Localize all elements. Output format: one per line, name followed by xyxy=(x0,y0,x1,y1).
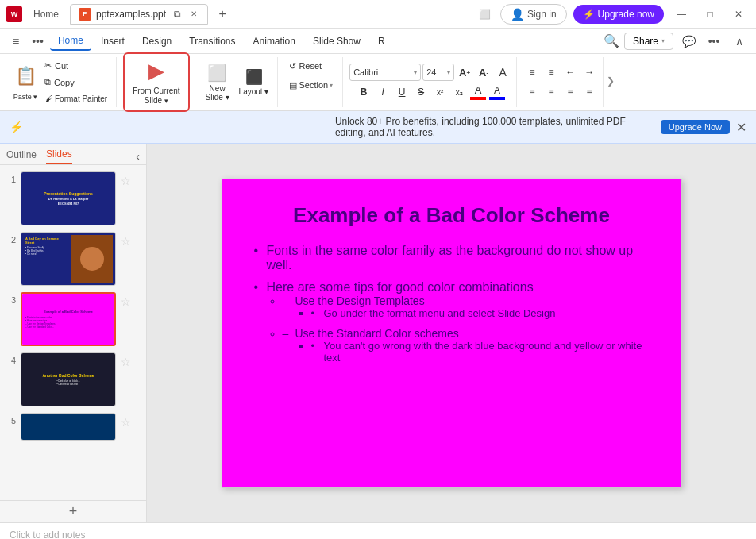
slide-thumb-3-content: Example of a Bad Color Scheme • Fonts in… xyxy=(22,294,114,345)
new-slide-btn[interactable]: ⬜ NewSlide ▾ xyxy=(202,61,233,104)
slide-thumb-2[interactable]: A Sad Day on Sesame Street • Elmo and Sn… xyxy=(21,232,116,286)
align-center-btn[interactable]: ≡ xyxy=(542,83,560,101)
slide-sub-2: Use the Standard Color schemes You can't… xyxy=(283,327,650,364)
slide-star-4[interactable]: ☆ xyxy=(121,352,131,368)
search-btn[interactable]: 🔍 xyxy=(604,33,619,48)
notif-upgrade-btn[interactable]: Upgrade Now xyxy=(661,120,730,134)
paste-btn[interactable]: 📋 xyxy=(11,62,40,90)
add-slide-btn[interactable]: + xyxy=(0,500,146,522)
ribbon-paragraph-group: ≡ ≡ ← → ≡ ≡ ≡ ≡ xyxy=(519,57,604,107)
bullet-list-btn[interactable]: ≡ xyxy=(523,64,541,81)
hamburger-menu-btn[interactable]: ≡ xyxy=(6,32,25,51)
increase-font-size-btn[interactable]: A+ xyxy=(456,64,473,81)
title-bar: W Home P pptexamples.ppt ⧉ ✕ + ⬜ 👤 Sign … xyxy=(0,0,756,29)
minimize-btn[interactable]: — xyxy=(670,3,692,25)
decrease-indent-btn[interactable]: ← xyxy=(561,64,579,81)
new-slide-icon: ⬜ xyxy=(207,64,227,83)
highlight-btn[interactable]: A xyxy=(488,83,506,101)
menu-review[interactable]: R xyxy=(370,33,393,50)
underline-btn[interactable]: U xyxy=(393,83,411,101)
section-btn[interactable]: ▤ Section ▾ xyxy=(284,76,338,94)
close-doc-tab-btn[interactable]: ✕ xyxy=(188,9,199,20)
canvas-area[interactable]: Example of a Bad Color Scheme Fonts in t… xyxy=(147,144,756,522)
layout-btn[interactable]: ⬛ Layout ▾ xyxy=(235,66,273,98)
slide-item-2[interactable]: 2 A Sad Day on Sesame Street • Elmo and … xyxy=(5,232,141,286)
from-current-slide-btn[interactable]: ▶ From CurrentSlide ▾ xyxy=(123,52,189,111)
home-tab[interactable]: Home xyxy=(25,6,67,23)
reset-btn[interactable]: ↺ Reset xyxy=(284,57,326,75)
slide-star-3[interactable]: ☆ xyxy=(121,292,131,308)
italic-btn[interactable]: I xyxy=(374,83,392,101)
subscript-btn[interactable]: x₂ xyxy=(450,83,468,101)
restore-doc-btn[interactable]: ⧉ xyxy=(171,8,183,21)
notes-bar[interactable]: Click to add notes xyxy=(0,522,756,539)
menu-more-dots[interactable]: ••• xyxy=(27,32,48,51)
upgrade-now-btn[interactable]: ⚡ Upgrade now xyxy=(573,5,664,24)
slide-star-5[interactable]: ☆ xyxy=(121,413,131,429)
slide-item-1[interactable]: 1 Presentation SuggestionsDr. Hammond & … xyxy=(5,171,141,225)
justify-btn[interactable]: ≡ xyxy=(580,83,598,101)
slide-thumb-3[interactable]: Example of a Bad Color Scheme • Fonts in… xyxy=(21,292,116,346)
slide-item-4[interactable]: 4 Another Bad Color Scheme • Dark blue o… xyxy=(5,352,141,406)
font-size-select[interactable]: 24 ▾ xyxy=(422,64,454,81)
slide-star-2[interactable]: ☆ xyxy=(121,232,131,248)
bold-btn[interactable]: B xyxy=(355,83,372,101)
notif-icon: ⚡ xyxy=(10,121,329,133)
add-tab-btn[interactable]: + xyxy=(211,3,233,25)
doc-tab[interactable]: P pptexamples.ppt ⧉ ✕ xyxy=(70,4,208,25)
title-bar-right: ⬜ 👤 Sign in ⚡ Upgrade now — □ ✕ xyxy=(476,3,750,25)
ribbon-slides-group: ⬜ NewSlide ▾ ⬛ Layout ▾ xyxy=(197,57,279,107)
slide-num-2: 2 xyxy=(5,232,16,244)
new-slide-label: NewSlide ▾ xyxy=(206,84,230,102)
slide-thumb-1[interactable]: Presentation SuggestionsDr. Hammond & Dr… xyxy=(21,171,116,225)
superscript-btn[interactable]: x² xyxy=(431,83,449,101)
menu-insert[interactable]: Insert xyxy=(93,33,133,50)
font-color-btn[interactable]: A xyxy=(469,83,487,101)
slide-star-1[interactable]: ☆ xyxy=(121,171,131,187)
ribbon-collapse-btn[interactable]: ∧ xyxy=(729,31,750,52)
ribbon-expand-btn[interactable]: ❯ xyxy=(605,57,616,105)
align-left-btn[interactable]: ≡ xyxy=(523,83,541,101)
menu-transitions[interactable]: Transitions xyxy=(181,33,243,50)
copy-btn[interactable]: ⧉ Copy xyxy=(41,75,111,90)
close-window-btn[interactable]: ✕ xyxy=(727,3,750,25)
outline-tab[interactable]: Outline xyxy=(6,149,37,164)
notif-close-btn[interactable]: ✕ xyxy=(736,120,746,135)
slide-item-5[interactable]: 5 ☆ xyxy=(5,413,141,441)
menu-more-btn[interactable]: ••• xyxy=(704,31,724,52)
align-right-btn[interactable]: ≡ xyxy=(561,83,579,101)
menu-slideshow[interactable]: Slide Show xyxy=(305,33,368,50)
wps-logo[interactable]: W xyxy=(6,6,22,22)
slide-num-1: 1 xyxy=(5,171,16,184)
strikethrough-btn[interactable]: S xyxy=(412,83,430,101)
increase-indent-btn[interactable]: → xyxy=(580,64,598,81)
slide-item-3[interactable]: 3 Example of a Bad Color Scheme • Fonts … xyxy=(5,292,141,346)
format-painter-btn[interactable]: 🖌 Format Painter xyxy=(41,91,111,107)
maximize-btn[interactable]: □ xyxy=(699,3,721,25)
font-row2: B I U S x² x₂ A A xyxy=(355,83,506,101)
menu-design[interactable]: Design xyxy=(134,33,179,50)
reset-icon: ↺ xyxy=(289,61,296,71)
slide-thumb-4[interactable]: Another Bad Color Scheme • Dark blue on … xyxy=(21,352,116,406)
menu-animation[interactable]: Animation xyxy=(245,33,303,50)
slides-tab[interactable]: Slides xyxy=(46,148,72,164)
slide-subsub-1: Go under the format menu and select Slid… xyxy=(295,307,650,319)
decrease-font-size-btn[interactable]: A- xyxy=(475,64,492,81)
menu-home[interactable]: Home xyxy=(50,32,91,51)
comment-btn[interactable]: 💬 xyxy=(678,31,699,52)
slide-thumb-5[interactable] xyxy=(21,413,116,441)
notes-placeholder: Click to add notes xyxy=(10,529,85,540)
paste-dropdown-btn[interactable]: Paste ▾ xyxy=(11,90,40,103)
list-row1: ≡ ≡ ← → xyxy=(523,64,598,81)
cut-btn[interactable]: ✂ Cut xyxy=(41,58,111,74)
font-size-dd: ▾ xyxy=(447,69,450,76)
layout-col: ⬛ Layout ▾ xyxy=(235,66,273,98)
clear-formatting-btn[interactable]: A xyxy=(494,64,511,81)
font-family-select[interactable]: Calibri ▾ xyxy=(349,64,421,81)
layout-toggle-btn[interactable]: ⬜ xyxy=(476,6,494,23)
share-btn[interactable]: Share ▾ xyxy=(624,33,673,50)
slide-canvas[interactable]: Example of a Bad Color Scheme Fonts in t… xyxy=(222,179,682,488)
panel-collapse-btn[interactable]: ‹ xyxy=(136,150,140,163)
sign-in-btn[interactable]: 👤 Sign in xyxy=(500,4,567,25)
numbered-list-btn[interactable]: ≡ xyxy=(542,64,560,81)
